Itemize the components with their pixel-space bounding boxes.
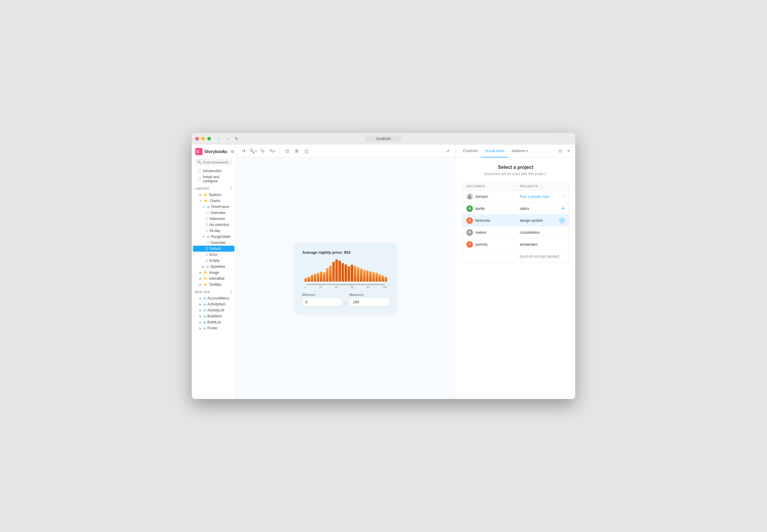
story-icon: [206, 253, 208, 256]
project-cell-meteor: constellation: [516, 228, 569, 237]
sidebar-item-buildlist[interactable]: ▶ ⊞ BuildList: [193, 319, 235, 325]
svg-text:S: S: [197, 149, 199, 154]
search-input[interactable]: [203, 160, 236, 164]
sidebar-item-footer[interactable]: ▶ ⊞ Footer: [193, 325, 235, 331]
sidebar-item-label: ActivityItem: [207, 302, 226, 306]
sidebar-item-builditem[interactable]: ▶ ⊞ BuildItem: [193, 313, 235, 319]
sidebar-item-rangeslider-error[interactable]: Error: [193, 252, 235, 258]
logo-text: Storybook: [204, 149, 225, 154]
story-icon: [206, 218, 208, 220]
close-button[interactable]: [196, 137, 199, 140]
histogram-bar-21: [369, 271, 372, 282]
handle-line: [386, 284, 387, 285]
range-slider-fill: [305, 284, 387, 285]
sidebar: S Storybook ▶ ⚙ 🔍 / 📄 Introduction: [192, 144, 236, 399]
sidebar-item-label: Image: [209, 270, 219, 275]
reload-btn[interactable]: ↺: [240, 147, 248, 155]
sidebar-item-interstitial[interactable]: ▶ 📁 Interstitial: [193, 276, 235, 282]
maximize-button[interactable]: [207, 137, 211, 140]
sidebar-item-rangeslider-default[interactable]: Default: [193, 246, 235, 252]
story-icon: [206, 224, 208, 226]
zoom-reset-btn[interactable]: 🔍⊙: [268, 147, 277, 155]
tab-addons[interactable]: Addons ▾: [508, 144, 531, 158]
histogram-bar-25: [381, 276, 384, 282]
doc-icon: 📄: [197, 177, 201, 181]
sidebar-item-tooltips[interactable]: ▶ 📁 Tooltips: [193, 282, 235, 288]
add-project-btn-hichroma[interactable]: ⊕: [559, 218, 565, 223]
open-new-tab-btn[interactable]: ↗: [444, 147, 452, 155]
tab-visual-tests[interactable]: Visual tests: [481, 144, 508, 158]
axis-label-60: 60: [351, 286, 354, 289]
panel-toggle-btn[interactable]: ⊟: [557, 147, 563, 155]
sidebar-item-label: BuildList: [207, 320, 221, 324]
minimize-button[interactable]: [201, 137, 205, 140]
table-row-domyen: domyen Pick a private repo ›: [462, 191, 569, 203]
toolbar: ↺ 🔍+ 🔍- 🔍⊙ ⊡ ⊞ ◫ ↗: [236, 144, 456, 158]
project-name-domyen[interactable]: Pick a private repo: [520, 195, 549, 199]
reload-button[interactable]: ↻: [235, 136, 239, 141]
histogram-bar-11: [338, 261, 341, 282]
histogram-bar-5: [320, 272, 322, 282]
min-input[interactable]: [302, 298, 342, 306]
avatar-text-meteor: M: [468, 231, 471, 234]
max-input[interactable]: [349, 298, 389, 306]
play-button[interactable]: ▶: [225, 149, 228, 154]
sort-icon[interactable]: ⇅: [230, 186, 233, 191]
avatar-domyen: [466, 193, 473, 200]
project-cell-extra: proof-of-concept (added): [516, 252, 569, 261]
panel-close-btn[interactable]: ✕: [566, 147, 571, 155]
expand-icon: ▶: [200, 321, 201, 324]
folder-icon: 📁: [204, 271, 208, 275]
sidebar-item-rangeslider-overview[interactable]: 📄 Overview: [193, 240, 235, 246]
url-bar[interactable]: localhost: [366, 136, 401, 142]
sidebar-item-image[interactable]: ▶ 📁 Image: [193, 270, 235, 276]
sort-icon[interactable]: ⇅: [230, 290, 233, 294]
forward-button[interactable]: →: [226, 136, 230, 141]
zoom-in-btn[interactable]: 🔍+: [249, 147, 258, 155]
sidebar-item-timeframe-noselection[interactable]: No selection: [193, 222, 235, 228]
sidebar-item-accountmenu[interactable]: ▶ ⊞ AccountMenu: [193, 295, 235, 301]
handle-line: [305, 284, 305, 285]
search-icon: 🔍: [197, 160, 201, 164]
sidebar-item-activityitem[interactable]: ▶ ⊞ ActivityItem: [193, 301, 235, 307]
storybook-logo-icon: S: [196, 148, 203, 155]
folder-icon: 📁: [204, 283, 208, 287]
sidebar-item-charts[interactable]: ▼ 📁 Charts: [193, 198, 235, 204]
sidebar-item-activitylist[interactable]: ▶ ⊞ ActivityList: [193, 307, 235, 313]
histogram-bar-23: [375, 273, 378, 282]
min-input-group: Minimum: [302, 293, 342, 306]
histogram-bars: [302, 259, 389, 282]
sidebar-item-label: Afternoon: [210, 217, 225, 221]
sidebar-item-introduction[interactable]: 📄 Introduction: [193, 168, 235, 174]
histogram-bar-9: [332, 262, 335, 282]
background-btn[interactable]: ◫: [302, 147, 311, 155]
tab-controls[interactable]: Controls: [459, 144, 481, 158]
sidebar-item-buttons[interactable]: ▶ 📁 Buttons: [193, 192, 235, 198]
back-button[interactable]: ←: [217, 136, 221, 141]
zoom-out-btn[interactable]: 🔍-: [259, 147, 267, 155]
traffic-lights: [196, 137, 211, 140]
sidebar-item-timeframe[interactable]: ▼ ⊞ TimeFrame: [193, 204, 235, 210]
sidebar-item-timeframe-overview[interactable]: 📄 Overview: [193, 210, 235, 216]
account-name-meteor: meteor: [475, 230, 486, 235]
projects-col-header: PROJECTS: [516, 182, 569, 190]
max-input-group: Maximum: [349, 293, 389, 306]
sidebar-item-label: BuildItem: [207, 314, 222, 318]
library-section-header: LIBRARY ⇅: [192, 184, 236, 192]
sidebar-item-timeframe-allday[interactable]: All day: [193, 228, 235, 234]
sidebar-item-sparkline[interactable]: ▶ ⊞ Sparkline: [193, 264, 235, 270]
grid-btn[interactable]: ⊞: [293, 147, 301, 155]
sidebar-item-label: Empty: [210, 259, 220, 263]
account-cell-domyen: domyen: [462, 191, 516, 202]
folder-icon: 📁: [204, 193, 208, 197]
person-icon: [467, 195, 472, 199]
sidebar-item-label: RangeSlider: [211, 235, 231, 239]
settings-button[interactable]: ⚙: [231, 149, 235, 154]
fullscreen-btn[interactable]: ⊡: [283, 147, 291, 155]
sidebar-item-rangeslider-empty[interactable]: Empty: [193, 258, 235, 264]
max-label: Maximum: [349, 293, 389, 296]
sidebar-item-install[interactable]: 📄 Install and configure: [193, 174, 235, 184]
sidebar-item-timeframe-afternoon[interactable]: Afternoon: [193, 216, 235, 222]
project-name-hichroma[interactable]: design-system: [520, 218, 543, 223]
sidebar-item-rangeslider[interactable]: ▼ ⊞ RangeSlider: [193, 234, 235, 240]
